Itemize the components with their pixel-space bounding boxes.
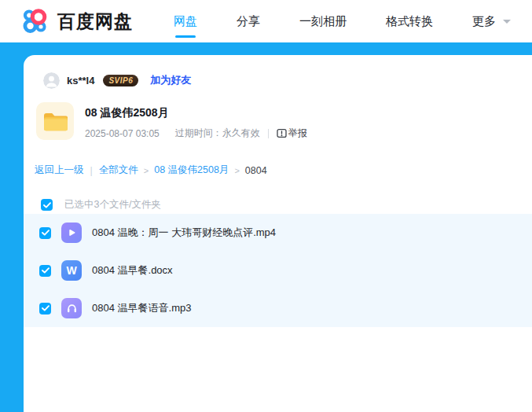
file-name: 0804 温早餐.docx xyxy=(92,263,173,278)
folder-icon xyxy=(36,102,74,140)
nav-tabs: 网盘 分享 一刻相册 格式转换 更多 xyxy=(174,0,511,42)
active-tab-underline xyxy=(175,35,196,38)
breadcrumb-link[interactable]: 全部文件 xyxy=(99,164,138,177)
word-file-icon: W xyxy=(61,260,82,281)
selection-header: 已选中3个文件/文件夹 xyxy=(24,196,532,214)
file-name: 0804 温早餐语音.mp3 xyxy=(92,301,191,315)
audio-file-icon xyxy=(61,298,82,318)
file-name: 0804 温晚：周一 大玮哥财经晚点评.mp4 xyxy=(92,226,276,240)
svip-badge: SVIP6 xyxy=(103,75,138,86)
file-row[interactable]: 0804 温早餐语音.mp3 xyxy=(24,289,532,327)
page-background: ks**l4 SVIP6 加为好友 08 温俊伟2508月 xyxy=(0,42,532,412)
svip-badge-label: SVIP6 xyxy=(108,76,133,85)
add-friend-link[interactable]: 加为好友 xyxy=(150,73,191,87)
breadcrumb-separator: > xyxy=(234,166,239,175)
breadcrumb-trail: 全部文件>08 温俊伟2508月>0804 xyxy=(99,164,267,177)
tab-convert[interactable]: 格式转换 xyxy=(386,0,433,42)
baidu-netdisk-share-page: 百度网盘 网盘 分享 一刻相册 格式转换 更多 ks**l4 xyxy=(0,0,532,412)
baidu-netdisk-logo-icon xyxy=(21,7,50,35)
share-card: ks**l4 SVIP6 加为好友 08 温俊伟2508月 xyxy=(24,55,532,412)
avatar xyxy=(43,72,60,89)
file-list: 0804 温晚：周一 大玮哥财经晚点评.mp4 W 0804 温早餐.docx … xyxy=(24,214,532,327)
breadcrumb-separator: > xyxy=(144,166,149,175)
file-checkbox[interactable] xyxy=(39,303,51,315)
meta-divider xyxy=(268,129,269,138)
breadcrumb-link[interactable]: 08 温俊伟2508月 xyxy=(154,164,229,177)
share-date: 2025-08-07 03:05 xyxy=(85,128,160,139)
tab-album[interactable]: 一刻相册 xyxy=(299,0,347,42)
chevron-down-icon xyxy=(503,20,511,24)
share-meta: 2025-08-07 03:05 过期时间：永久有效 举报 xyxy=(85,127,307,140)
breadcrumb-divider: | xyxy=(90,165,93,176)
breadcrumb-back-link[interactable]: 返回上一级 xyxy=(35,164,84,177)
top-navbar: 百度网盘 网盘 分享 一刻相册 格式转换 更多 xyxy=(0,0,532,42)
file-checkbox[interactable] xyxy=(39,265,51,277)
file-checkbox[interactable] xyxy=(39,227,51,239)
report-button[interactable]: 举报 xyxy=(277,127,307,140)
breadcrumb-current: 0804 xyxy=(245,165,267,176)
brand-name: 百度网盘 xyxy=(57,9,133,34)
share-info: 08 温俊伟2508月 2025-08-07 03:05 过期时间：永久有效 举… xyxy=(36,102,532,140)
file-row[interactable]: W 0804 温早餐.docx xyxy=(24,252,532,289)
report-icon xyxy=(277,128,287,138)
select-all-checkbox[interactable] xyxy=(41,199,53,211)
sharer-name: ks**l4 xyxy=(67,75,94,86)
file-row[interactable]: 0804 温晚：周一 大玮哥财经晚点评.mp4 xyxy=(24,214,532,252)
tab-more[interactable]: 更多 xyxy=(472,0,511,42)
sharer-row: ks**l4 SVIP6 加为好友 xyxy=(43,72,532,89)
share-expire: 过期时间：永久有效 xyxy=(175,127,260,140)
share-text-block: 08 温俊伟2508月 2025-08-07 03:05 过期时间：永久有效 举… xyxy=(85,102,307,140)
breadcrumb: 返回上一级 | 全部文件>08 温俊伟2508月>0804 xyxy=(35,164,532,177)
brand-logo[interactable]: 百度网盘 xyxy=(21,0,133,42)
video-file-icon xyxy=(61,223,82,243)
report-label: 举报 xyxy=(288,127,307,140)
tab-share[interactable]: 分享 xyxy=(237,0,260,42)
share-title: 08 温俊伟2508月 xyxy=(85,106,307,120)
selection-summary: 已选中3个文件/文件夹 xyxy=(64,198,161,212)
tab-wangpan[interactable]: 网盘 xyxy=(174,0,197,42)
